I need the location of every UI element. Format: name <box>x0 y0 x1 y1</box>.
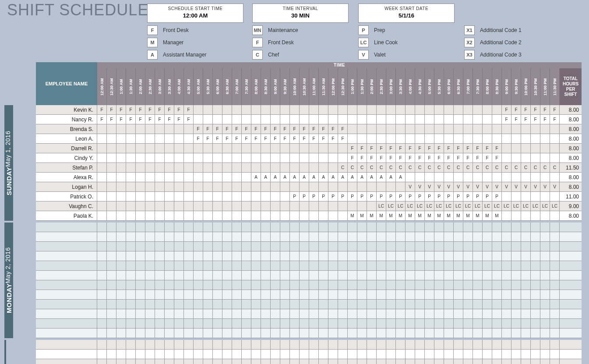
shift-cell[interactable] <box>300 329 309 338</box>
shift-cell[interactable] <box>348 124 357 134</box>
shift-cell[interactable] <box>126 124 136 134</box>
shift-cell[interactable] <box>367 201 377 211</box>
shift-cell[interactable] <box>194 173 203 182</box>
shift-cell[interactable] <box>155 309 165 319</box>
shift-cell[interactable] <box>251 163 261 173</box>
shift-cell[interactable] <box>251 309 261 319</box>
shift-cell[interactable]: A <box>309 173 319 182</box>
shift-cell[interactable] <box>531 329 540 338</box>
shift-cell[interactable] <box>280 105 290 115</box>
shift-cell[interactable] <box>261 350 271 359</box>
shift-cell[interactable] <box>222 182 232 192</box>
shift-cell[interactable] <box>165 211 174 221</box>
shift-cell[interactable] <box>155 182 165 192</box>
shift-cell[interactable] <box>521 319 531 329</box>
shift-cell[interactable] <box>415 251 425 261</box>
shift-cell[interactable] <box>521 134 531 144</box>
shift-cell[interactable] <box>463 300 473 309</box>
shift-cell[interactable] <box>328 163 338 173</box>
shift-cell[interactable] <box>184 271 194 280</box>
shift-cell[interactable] <box>213 163 222 173</box>
shift-cell[interactable] <box>338 144 348 153</box>
shift-cell[interactable] <box>415 242 425 251</box>
shift-cell[interactable]: F <box>280 134 290 144</box>
shift-cell[interactable] <box>377 251 386 261</box>
shift-cell[interactable] <box>415 290 425 300</box>
shift-cell[interactable] <box>194 271 203 280</box>
shift-cell[interactable] <box>251 251 261 261</box>
shift-cell[interactable] <box>483 134 492 144</box>
shift-cell[interactable] <box>184 329 194 338</box>
shift-cell[interactable] <box>184 261 194 271</box>
shift-cell[interactable] <box>338 319 348 329</box>
shift-cell[interactable] <box>232 329 242 338</box>
shift-cell[interactable]: M <box>425 211 434 221</box>
shift-cell[interactable]: A <box>396 173 406 182</box>
shift-cell[interactable] <box>444 350 454 359</box>
shift-cell[interactable] <box>463 124 473 134</box>
shift-cell[interactable] <box>463 280 473 290</box>
shift-cell[interactable] <box>531 173 540 182</box>
shift-cell[interactable] <box>319 319 328 329</box>
shift-cell[interactable] <box>251 115 261 124</box>
shift-cell[interactable] <box>290 350 300 359</box>
shift-cell[interactable] <box>97 201 107 211</box>
shift-cell[interactable]: F <box>483 153 492 163</box>
shift-cell[interactable] <box>165 242 174 251</box>
shift-cell[interactable] <box>213 319 222 329</box>
shift-cell[interactable] <box>396 309 406 319</box>
shift-cell[interactable]: V <box>550 182 560 192</box>
shift-cell[interactable] <box>174 359 184 364</box>
shift-cell[interactable] <box>483 319 492 329</box>
shift-cell[interactable] <box>194 223 203 232</box>
shift-cell[interactable] <box>203 300 213 309</box>
shift-cell[interactable] <box>136 350 145 359</box>
shift-cell[interactable] <box>463 359 473 364</box>
shift-cell[interactable] <box>300 201 309 211</box>
shift-cell[interactable] <box>550 319 560 329</box>
shift-cell[interactable] <box>222 211 232 221</box>
shift-cell[interactable]: LC <box>396 201 406 211</box>
shift-cell[interactable] <box>348 201 357 211</box>
shift-cell[interactable] <box>242 350 251 359</box>
shift-cell[interactable] <box>540 232 550 242</box>
shift-cell[interactable] <box>502 144 511 153</box>
shift-cell[interactable] <box>357 201 367 211</box>
shift-cell[interactable] <box>97 329 107 338</box>
shift-cell[interactable] <box>242 329 251 338</box>
shift-cell[interactable] <box>232 144 242 153</box>
shift-cell[interactable] <box>261 115 271 124</box>
shift-cell[interactable]: F <box>232 134 242 144</box>
shift-cell[interactable] <box>444 290 454 300</box>
shift-cell[interactable] <box>261 242 271 251</box>
shift-cell[interactable] <box>280 223 290 232</box>
shift-cell[interactable]: C <box>415 163 425 173</box>
shift-cell[interactable] <box>367 350 377 359</box>
shift-cell[interactable]: C <box>492 163 502 173</box>
shift-cell[interactable] <box>203 211 213 221</box>
shift-cell[interactable] <box>261 280 271 290</box>
shift-cell[interactable] <box>136 300 145 309</box>
shift-cell[interactable] <box>511 329 521 338</box>
shift-cell[interactable] <box>242 359 251 364</box>
shift-cell[interactable] <box>261 192 271 201</box>
shift-cell[interactable] <box>434 350 444 359</box>
shift-cell[interactable] <box>271 340 280 350</box>
shift-cell[interactable] <box>232 232 242 242</box>
shift-cell[interactable] <box>511 309 521 319</box>
employee-name-cell[interactable] <box>36 271 97 280</box>
shift-cell[interactable] <box>492 232 502 242</box>
employee-name-cell[interactable]: Vaughn C. <box>36 201 97 211</box>
shift-cell[interactable] <box>126 329 136 338</box>
shift-cell[interactable] <box>251 300 261 309</box>
shift-cell[interactable] <box>184 300 194 309</box>
shift-cell[interactable]: F <box>184 115 194 124</box>
shift-cell[interactable] <box>357 261 367 271</box>
shift-cell[interactable] <box>328 300 338 309</box>
shift-cell[interactable]: F <box>377 144 386 153</box>
shift-cell[interactable] <box>531 211 540 221</box>
shift-cell[interactable]: C <box>425 163 434 173</box>
shift-cell[interactable] <box>540 350 550 359</box>
shift-cell[interactable]: P <box>425 192 434 201</box>
shift-cell[interactable] <box>483 105 492 115</box>
